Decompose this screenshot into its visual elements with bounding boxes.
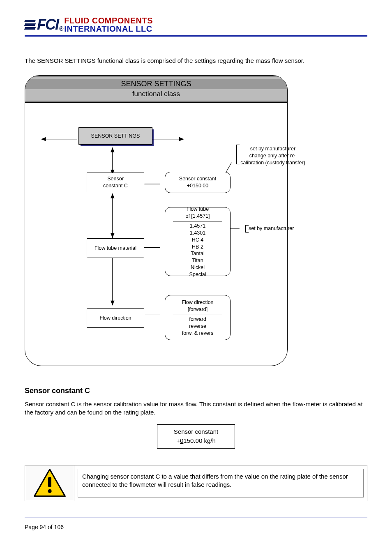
warning-icon: [25, 465, 74, 501]
note2-bracket: [245, 225, 249, 233]
sensor-constant-box: Sensor constant +0150.00 kg/h: [157, 424, 235, 449]
opt-flow-tube: Flow tube of [1.4571] 1.4571 1.4301 HC 4…: [165, 207, 231, 276]
svg-marker-11: [111, 301, 115, 306]
svg-marker-8: [111, 193, 115, 198]
opt-sensor-constant: Sensor constant +0150.00: [165, 172, 231, 193]
node-flow-direction: Flow direction: [87, 308, 144, 328]
node-sensor-constant: Sensor constant C: [87, 173, 144, 192]
section-paragraph: Sensor constant C is the sensor calibrat…: [25, 400, 367, 417]
note1: set by manufacturer change only after re…: [238, 145, 308, 166]
opt-flow-direction: Flow direction [forward] forward reverse…: [165, 295, 231, 340]
brand-text: FLUID COMPONENTS INTERNATIONAL LLC: [64, 16, 153, 33]
node-main: SENSOR SETTINGS: [78, 127, 152, 145]
svg-marker-9: [111, 233, 115, 238]
header-rule: [25, 35, 367, 37]
diagram-title: SENSOR SETTINGS: [25, 79, 287, 89]
svg-marker-1: [41, 137, 46, 141]
warning-row: Changing sensor constant C to a value th…: [25, 465, 367, 501]
diagram-subtitle: functional class: [25, 89, 287, 99]
brand-header: FCI® FLUID COMPONENTS INTERNATIONAL LLC: [25, 16, 367, 33]
intro-text: The SENSOR SETTINGS functional class is …: [25, 57, 367, 64]
svg-point-22: [48, 489, 51, 493]
footer-rule: [25, 518, 367, 518]
diagram-body: SENSOR SETTINGS Sensor constant C Flow t…: [29, 103, 283, 353]
node-flow-tube-material: Flow tube material: [87, 238, 144, 258]
brand-mark: FCI®: [25, 18, 62, 31]
note2: set by manufacturer: [249, 225, 306, 232]
diagram-container: SENSOR SETTINGS functional class: [25, 75, 288, 366]
svg-rect-21: [48, 477, 51, 487]
page-footer: Page 94 of 106: [25, 524, 367, 530]
svg-marker-5: [111, 147, 115, 152]
section-heading: Sensor constant C: [25, 387, 367, 395]
svg-marker-3: [179, 137, 184, 141]
diagram-title-band: SENSOR SETTINGS functional class: [25, 75, 288, 103]
warning-text: Changing sensor constant C to a value th…: [78, 469, 364, 497]
